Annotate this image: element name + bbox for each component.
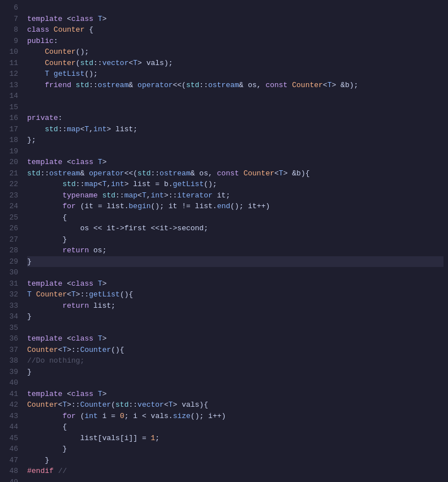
code-line: #endif //: [27, 466, 443, 477]
code-line: template <class T>: [27, 157, 443, 168]
code-content: 6 7 8 9 10 11 12 13 14 15 16 17 18 19 20…: [0, 0, 448, 482]
code-line: std::map<T,int> list = b.getList();: [27, 179, 443, 190]
code-line: };: [27, 135, 443, 146]
code-line: os << it->first <<it->second;: [27, 223, 443, 234]
code-line: }: [27, 256, 443, 268]
code-line: std::ostream& operator<<(std::ostream& o…: [27, 168, 443, 179]
code-line: T getList();: [27, 68, 443, 80]
code-line: {: [27, 421, 443, 433]
code-line: }: [27, 311, 443, 322]
code-line: }: [27, 455, 443, 466]
code-line: class Counter {: [27, 24, 443, 36]
code-line: T Counter<T>::getList(){: [27, 289, 443, 300]
code-editor: 6 7 8 9 10 11 12 13 14 15 16 17 18 19 20…: [0, 0, 448, 482]
code-line: //Do nothing;: [27, 355, 443, 367]
code-line: }: [27, 367, 443, 378]
code-line: template <class T>: [27, 278, 443, 290]
code-line: template <class T>: [27, 14, 443, 25]
code-lines: template <class T> class Counter { publi…: [23, 2, 448, 482]
code-line: [27, 2, 443, 14]
code-line: friend std::ostream& operator<<(std::ost…: [27, 80, 443, 91]
code-line: public:: [27, 36, 443, 47]
code-line: template <class T>: [27, 333, 443, 345]
code-line: [27, 146, 443, 157]
code-line: [27, 322, 443, 334]
code-line: [27, 377, 443, 389]
line-numbers: 6 7 8 9 10 11 12 13 14 15 16 17 18 19 20…: [0, 2, 23, 482]
code-line: [27, 91, 443, 102]
code-line: typename std::map<T,int>::iterator it;: [27, 190, 443, 201]
code-line: [27, 267, 443, 278]
code-line: {: [27, 212, 443, 223]
code-line: private:: [27, 113, 443, 124]
code-line: list[vals[i]] = 1;: [27, 433, 443, 444]
code-line: template <class T>: [27, 389, 443, 400]
code-line: }: [27, 444, 443, 455]
code-line: std::map<T,int> list;: [27, 124, 443, 135]
code-line: for (it = list.begin(); it != list.end()…: [27, 201, 443, 212]
code-line: for (int i = 0; i < vals.size(); i++): [27, 411, 443, 422]
code-line: [27, 102, 443, 113]
code-line: return os;: [27, 245, 443, 256]
code-line: [27, 477, 443, 483]
code-line: }: [27, 234, 443, 246]
code-line: Counter(std::vector<T> vals);: [27, 58, 443, 69]
code-line: Counter();: [27, 46, 443, 58]
code-line: Counter<T>::Counter(){: [27, 345, 443, 356]
code-line: Counter<T>::Counter(std::vector<T> vals)…: [27, 399, 443, 411]
code-line: return list;: [27, 300, 443, 312]
